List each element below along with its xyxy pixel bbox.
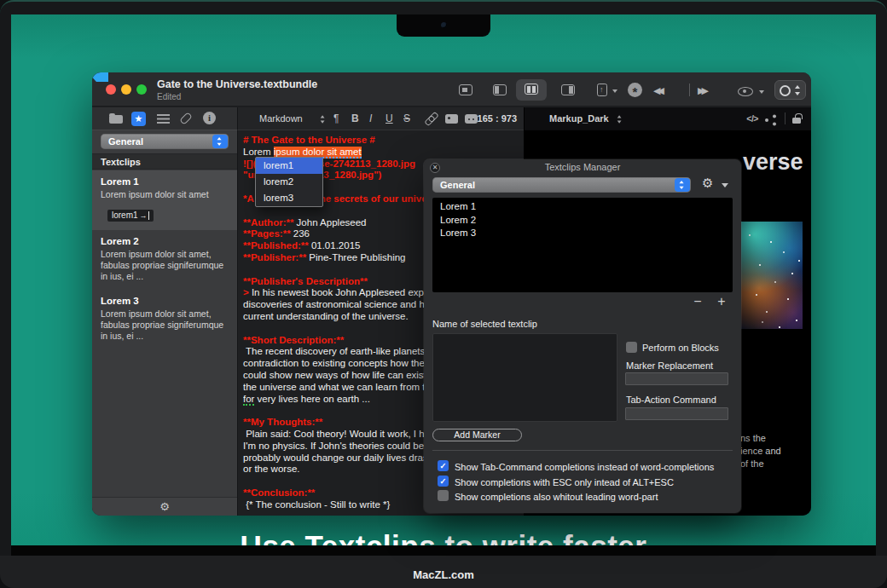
link-icon[interactable] xyxy=(425,114,437,124)
export-chevron-icon[interactable] xyxy=(612,89,617,93)
rewind-icon[interactable]: ◀◀ xyxy=(653,85,661,96)
sidebar-group-dropdown[interactable]: General xyxy=(101,134,229,149)
sidebar-group-dropdown-label: General xyxy=(108,136,143,147)
manager-clip-row[interactable]: Lorem 1 xyxy=(432,200,733,214)
manager-group-dropdown[interactable]: General xyxy=(432,177,691,193)
manager-clip-row[interactable]: Lorem 2 xyxy=(432,214,733,228)
editor-text-segment: for xyxy=(243,394,254,406)
editor-text-segment: **Short Description:** xyxy=(243,335,344,345)
completion-item[interactable]: lorem2 xyxy=(256,174,322,190)
lock-icon[interactable] xyxy=(792,118,801,124)
tag-icon[interactable] xyxy=(92,72,108,82)
manager-group-dropdown-label: General xyxy=(440,180,475,190)
image-icon[interactable] xyxy=(445,114,458,124)
eye-chevron-icon[interactable] xyxy=(759,90,764,94)
bold-button[interactable]: B xyxy=(351,112,359,124)
textclip-description: Lorem ipsum dolor sit amet xyxy=(101,189,230,200)
marker-replacement-input[interactable] xyxy=(625,372,728,385)
window-title: Gate to the Universe.textbundle xyxy=(157,78,317,90)
panel-left-icon[interactable] xyxy=(493,84,507,95)
panel-right-icon[interactable] xyxy=(561,84,575,95)
syntax-mode-dropdown[interactable]: Markdown xyxy=(259,113,303,124)
completion-option-row[interactable]: Show completions also whitout leading wo… xyxy=(438,488,734,503)
checkbox-label: Show completions with ESC only intead of… xyxy=(455,476,674,487)
add-marker-button[interactable]: Add Marker xyxy=(432,429,522,441)
completion-option-row[interactable]: ✓Show Tab-Command completions instead of… xyxy=(438,458,734,473)
textclips-sidebar: General Textclips Lorem 1 Lorem ipsum do… xyxy=(92,130,237,516)
strikethrough-button[interactable]: S xyxy=(403,112,410,124)
manager-options: ✓Show Tab-Command completions instead of… xyxy=(438,458,734,504)
editor-text-segment: **Author:** xyxy=(243,217,293,228)
checkbox[interactable] xyxy=(438,490,449,501)
paperclip-icon[interactable] xyxy=(179,112,193,125)
pilcrow-icon[interactable]: ¶ xyxy=(333,112,339,124)
minimize-traffic-light[interactable] xyxy=(121,84,131,95)
preview-theme-dropdown[interactable]: Markup_Dark xyxy=(549,113,609,124)
editor-text-segment: Plain said: Cool theory! Would it work, … xyxy=(243,429,430,439)
dropdown-stepper-icon xyxy=(675,178,690,192)
editor-text-segment: contradiction to existing concepts how t… xyxy=(243,358,425,368)
theme-stepper-icon[interactable] xyxy=(617,115,623,124)
eye-icon[interactable] xyxy=(738,87,753,96)
panel-split-icon xyxy=(525,84,538,95)
share-icon[interactable] xyxy=(765,114,777,124)
tab-arrow-icon: → xyxy=(140,211,149,220)
mode-stepper-icon[interactable] xyxy=(321,115,326,124)
zoom-traffic-light[interactable] xyxy=(136,84,147,95)
info-icon[interactable]: i xyxy=(203,112,216,124)
toolbar-row: ★ i Markdown ¶ B I U S 165 : 973 xyxy=(92,107,811,130)
sidebar-textclip-item[interactable]: Lorem 2 Lorem ipsum dolor sit amet, fabu… xyxy=(92,230,237,290)
completion-option-row[interactable]: ✓Show completions with ESC only intead o… xyxy=(438,474,734,488)
close-traffic-light[interactable] xyxy=(106,84,116,95)
checkbox[interactable]: ✓ xyxy=(438,476,449,487)
sidebar-footer-bar[interactable]: ⚙ xyxy=(92,497,237,516)
completion-item[interactable]: lorem3 xyxy=(256,190,322,206)
toolbar-divider xyxy=(689,84,690,96)
word-character-counter: 165 : 973 xyxy=(478,113,517,124)
screen-background: Gate to the Universe.textbundle Edited *… xyxy=(11,14,876,557)
folder-icon[interactable] xyxy=(109,115,123,124)
underline-button[interactable]: U xyxy=(386,112,393,124)
editor-text-segment: In his newest book John Appleseed expl xyxy=(252,287,426,297)
comment-icon[interactable] xyxy=(465,114,478,124)
export-document-icon[interactable] xyxy=(597,84,607,96)
editor-text-segment: could show new ways of how life can exis… xyxy=(243,370,426,380)
italic-button[interactable]: I xyxy=(369,112,372,124)
gear-icon[interactable]: ⚙ xyxy=(702,176,713,191)
sidebar-items: Lorem 1 Lorem ipsum dolor sit amet lorem… xyxy=(92,170,237,349)
clip-content-textarea[interactable] xyxy=(432,333,617,422)
code-icon[interactable]: </> xyxy=(746,113,758,124)
dialog-title: Textclips Manager xyxy=(424,162,741,172)
manager-clip-list[interactable]: Lorem 1Lorem 2Lorem 3 xyxy=(432,198,733,292)
checkbox[interactable] xyxy=(626,342,637,353)
forward-icon[interactable]: ▶▶ xyxy=(698,85,705,96)
checkbox[interactable]: ✓ xyxy=(438,460,449,471)
preview-text-fragment: of the xyxy=(740,458,781,470)
perform-on-blocks-row[interactable]: Perform on Blocks xyxy=(626,339,719,355)
asterisk-icon[interactable]: * xyxy=(628,83,642,97)
editor-text-segment: **Pages:** xyxy=(243,228,291,239)
editor-text-segment: # The Gate to the Universe # xyxy=(243,135,375,145)
tab-action-command-input[interactable] xyxy=(625,407,728,420)
gear-icon[interactable]: ⚙ xyxy=(159,500,170,513)
sidebar-textclip-item[interactable]: Lorem 3 Lorem ipsum dolor sit amet, fabu… xyxy=(92,290,237,349)
name-of-textclip-label: Name of selected textclip xyxy=(432,319,537,329)
panel-split-button-selected[interactable] xyxy=(516,79,547,101)
completion-item[interactable]: lorem1 xyxy=(256,158,322,174)
add-clip-button[interactable]: + xyxy=(712,294,731,309)
remove-clip-button[interactable]: − xyxy=(688,294,707,309)
editor-line[interactable]: # The Gate to the Universe # xyxy=(243,135,524,147)
list-icon[interactable] xyxy=(157,114,170,116)
manager-clip-row[interactable]: Lorem 3 xyxy=(432,227,733,240)
editor-text-segment: **Conclusion:** xyxy=(243,487,315,498)
favorites-star-icon[interactable]: ★ xyxy=(131,112,146,126)
editor-text-segment: **Publisher:** xyxy=(243,252,306,262)
textclips-manager-dialog: ✕ Textclips Manager General ⚙ Lorem 1Lor… xyxy=(424,159,741,513)
panel-square-icon[interactable] xyxy=(459,84,472,95)
gear-chevron-icon[interactable] xyxy=(722,183,728,187)
bezel-strip xyxy=(11,545,876,556)
camera-icon xyxy=(441,22,447,28)
stepper-arrows-icon xyxy=(795,85,801,95)
counter-stepper[interactable] xyxy=(774,80,806,100)
sidebar-textclip-item[interactable]: Lorem 1 Lorem ipsum dolor sit amet lorem… xyxy=(92,170,237,230)
